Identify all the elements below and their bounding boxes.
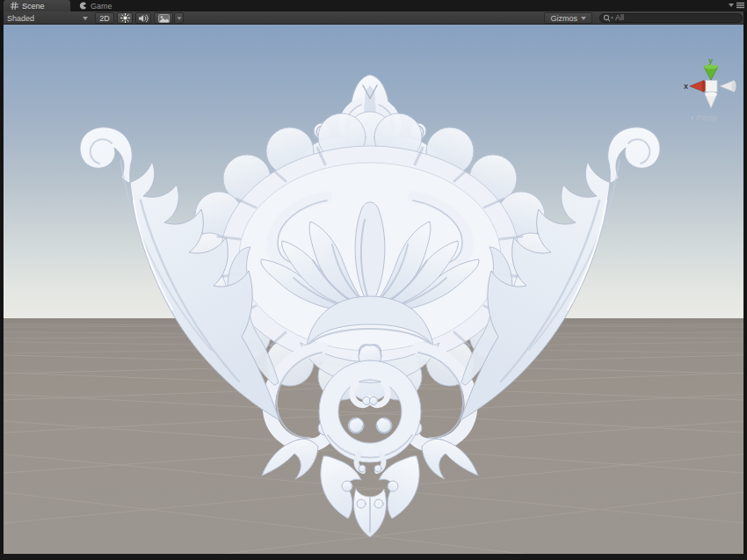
unity-scene-view-window: Scene Game Shaded 2D bbox=[0, 0, 747, 560]
tab-scene[interactable]: Scene bbox=[4, 0, 70, 11]
ornament-model[interactable] bbox=[80, 75, 660, 537]
toggle-2d-label: 2D bbox=[99, 14, 110, 23]
scene-toolbar: Shaded 2D bbox=[0, 11, 747, 25]
tab-game-label: Game bbox=[91, 2, 112, 11]
scene-viewport[interactable]: y x ‹ Persp bbox=[4, 25, 743, 554]
tab-bar: Scene Game bbox=[0, 0, 747, 11]
gizmos-label: Gizmos bbox=[550, 14, 577, 23]
axis-y-label: y bbox=[708, 56, 713, 65]
search-icon[interactable] bbox=[603, 14, 613, 23]
speaker-icon bbox=[139, 14, 149, 23]
window-frame-right bbox=[743, 11, 747, 560]
effects-dropdown-button[interactable] bbox=[174, 12, 184, 24]
projection-toggle[interactable]: ‹ Persp bbox=[691, 113, 717, 122]
game-icon bbox=[79, 2, 87, 10]
projection-label: Persp bbox=[696, 113, 717, 122]
tab-scene-label: Scene bbox=[22, 2, 45, 11]
gizmo-center-cube[interactable] bbox=[706, 81, 717, 92]
gizmos-dropdown[interactable]: Gizmos bbox=[544, 12, 592, 24]
search-input[interactable] bbox=[599, 13, 743, 23]
window-frame-left bbox=[0, 11, 4, 560]
axis-x-label: x bbox=[684, 82, 688, 91]
window-frame-bottom bbox=[0, 554, 747, 560]
ornament-ring bbox=[319, 360, 421, 472]
axis-y-cone[interactable] bbox=[704, 64, 718, 80]
axis-z-cone[interactable] bbox=[720, 81, 736, 92]
image-icon bbox=[158, 14, 170, 23]
chevron-down-icon bbox=[177, 17, 181, 19]
scene-search bbox=[599, 13, 743, 23]
toggle-2d-button[interactable]: 2D bbox=[95, 12, 114, 24]
tab-game[interactable]: Game bbox=[72, 0, 120, 11]
chevron-left-icon: ‹ bbox=[691, 114, 693, 121]
lighting-toggle-button[interactable] bbox=[117, 12, 133, 24]
hamburger-icon[interactable] bbox=[736, 2, 744, 9]
draw-mode-dropdown[interactable]: Shaded bbox=[4, 12, 91, 24]
sun-icon bbox=[120, 13, 130, 23]
tab-options-dropdown-icon[interactable] bbox=[729, 4, 734, 7]
grid-icon bbox=[11, 2, 18, 10]
scene-canvas bbox=[4, 25, 743, 554]
axis-down-cone[interactable] bbox=[705, 92, 717, 108]
axis-x-cone[interactable] bbox=[690, 81, 707, 92]
chevron-down-icon bbox=[83, 17, 88, 20]
audio-toggle-button[interactable] bbox=[135, 12, 151, 24]
draw-mode-label: Shaded bbox=[7, 14, 34, 23]
chevron-down-icon bbox=[581, 17, 586, 20]
effects-toggle-button[interactable] bbox=[154, 12, 173, 24]
